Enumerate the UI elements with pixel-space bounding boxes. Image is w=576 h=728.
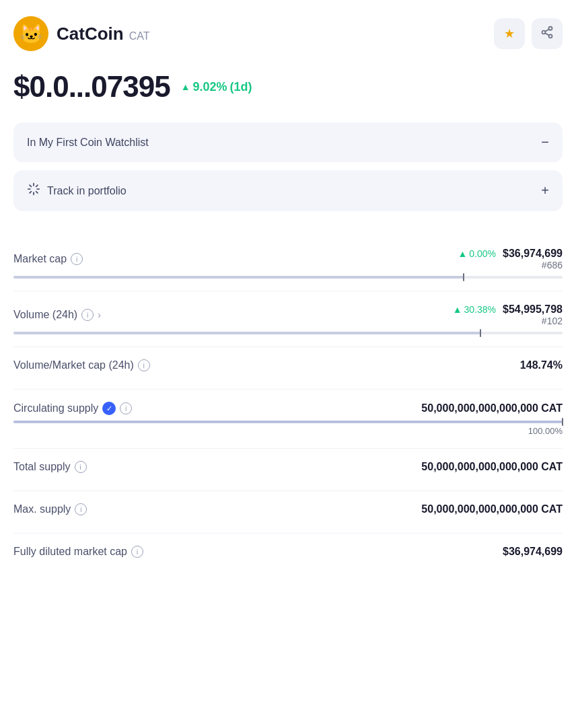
portfolio-label-group: Track in portfolio	[27, 182, 127, 199]
circulating-supply-progress-label-row: 100.00%	[13, 426, 563, 436]
fully-diluted-label: Fully diluted market cap	[13, 546, 127, 558]
volume-24h-value-group: ▲ 30.38% $54,995,798	[453, 303, 563, 316]
star-icon: ★	[504, 26, 515, 41]
coin-logo: 🐱	[13, 16, 48, 51]
max-supply-row: Max. supply i 50,000,000,000,000,000 CAT	[13, 491, 563, 534]
volume-market-cap-label: Volume/Market cap (24h)	[13, 359, 134, 371]
header: 🐱 CatCoin CAT ★	[13, 16, 563, 51]
watchlist-label-group: In My First Coin Watchlist	[27, 137, 149, 149]
market-cap-change-value: 0.00%	[469, 248, 496, 259]
volume-market-cap-label-group: Volume/Market cap (24h) i	[13, 359, 150, 371]
watchlist-label: In My First Coin Watchlist	[27, 137, 149, 149]
volume-24h-value: $54,995,798	[503, 303, 563, 316]
volume-market-cap-info-icon[interactable]: i	[138, 359, 150, 371]
circulating-supply-progress-bar	[13, 421, 563, 423]
volume-24h-progress-fill	[13, 332, 480, 334]
market-cap-label-group: Market cap i	[13, 253, 83, 265]
watchlist-button[interactable]: In My First Coin Watchlist −	[13, 122, 563, 162]
total-supply-label: Total supply	[13, 461, 71, 473]
volume-24h-chevron-icon[interactable]: ›	[98, 310, 101, 320]
svg-line-3	[545, 33, 549, 35]
svg-line-4	[545, 29, 549, 31]
total-supply-main: Total supply i 50,000,000,000,000,000 CA…	[13, 461, 563, 473]
coin-ticker: CAT	[129, 30, 150, 42]
max-supply-label: Max. supply	[13, 503, 71, 515]
price-row: $0.0...07395 ▲ 9.02% (1d)	[13, 70, 563, 104]
coin-identity: 🐱 CatCoin CAT	[13, 16, 149, 51]
circulating-supply-progress-fill	[13, 421, 563, 423]
max-supply-label-group: Max. supply i	[13, 503, 87, 515]
circulating-supply-progress-label: 100.00%	[528, 426, 563, 436]
volume-market-cap-value: 148.74%	[520, 359, 563, 371]
max-supply-value: 50,000,000,000,000,000 CAT	[421, 503, 563, 515]
max-supply-main: Max. supply i 50,000,000,000,000,000 CAT	[13, 503, 563, 515]
market-cap-value-block: ▲ 0.00% $36,974,699 #686	[458, 248, 563, 270]
fully-diluted-main: Fully diluted market cap i $36,974,699	[13, 546, 563, 558]
circulating-supply-progress-marker	[562, 418, 563, 426]
volume-24h-progress-bar	[13, 332, 563, 334]
price-change-period: (1d)	[230, 80, 252, 94]
volume-24h-value-block: ▲ 30.38% $54,995,798 #102	[453, 303, 563, 326]
volume-24h-info-icon[interactable]: i	[81, 309, 94, 321]
fully-diluted-info-icon[interactable]: i	[131, 546, 143, 558]
share-icon	[540, 26, 554, 42]
price-value: $0.0...07395	[13, 70, 170, 104]
market-cap-progress-marker	[463, 273, 464, 281]
market-cap-label: Market cap	[13, 253, 67, 265]
total-supply-info-icon[interactable]: i	[75, 461, 87, 473]
total-supply-row: Total supply i 50,000,000,000,000,000 CA…	[13, 449, 563, 491]
market-cap-main: Market cap i ▲ 0.00% $36,974,699 #686	[13, 248, 563, 270]
volume-market-cap-main: Volume/Market cap (24h) i 148.74%	[13, 359, 563, 371]
portfolio-action-icon: +	[541, 183, 549, 198]
volume-24h-row: Volume (24h) i › ▲ 30.38% $54,995,798 #1…	[13, 291, 563, 347]
market-cap-arrow: ▲	[458, 248, 467, 259]
circulating-supply-label: Circulating supply	[13, 402, 98, 414]
verified-badge-icon: ✓	[102, 402, 116, 415]
volume-24h-label-group: Volume (24h) i ›	[13, 309, 101, 321]
price-up-arrow: ▲	[181, 81, 190, 92]
volume-market-cap-row: Volume/Market cap (24h) i 148.74%	[13, 347, 563, 390]
price-change: ▲ 9.02% (1d)	[181, 80, 252, 94]
market-cap-row: Market cap i ▲ 0.00% $36,974,699 #686	[13, 235, 563, 291]
max-supply-info-icon[interactable]: i	[75, 503, 87, 515]
market-cap-value: $36,974,699	[503, 248, 563, 260]
coin-name: CatCoin	[57, 24, 124, 44]
circulating-supply-value: 50,000,000,000,000,000 CAT	[421, 402, 563, 414]
volume-24h-change-value: 30.38%	[464, 304, 496, 315]
action-cards: In My First Coin Watchlist − Track in po…	[13, 122, 563, 211]
market-cap-progress-fill	[13, 276, 464, 279]
volume-24h-label: Volume (24h)	[13, 309, 77, 321]
coin-name-group: CatCoin CAT	[57, 24, 149, 44]
volume-24h-main: Volume (24h) i › ▲ 30.38% $54,995,798 #1…	[13, 303, 563, 326]
market-cap-rank: #686	[458, 260, 563, 270]
share-button[interactable]	[532, 18, 563, 49]
header-actions: ★	[494, 18, 563, 49]
market-cap-info-icon[interactable]: i	[71, 253, 83, 265]
volume-24h-change: ▲ 30.38%	[453, 304, 496, 315]
circulating-supply-row: Circulating supply ✓ i 50,000,000,000,00…	[13, 390, 563, 449]
portfolio-button[interactable]: Track in portfolio +	[13, 170, 563, 211]
market-cap-progress-bar	[13, 276, 563, 279]
portfolio-label: Track in portfolio	[47, 185, 127, 197]
fully-diluted-value: $36,974,699	[503, 546, 563, 558]
circulating-supply-main: Circulating supply ✓ i 50,000,000,000,00…	[13, 402, 563, 415]
stats-section: Market cap i ▲ 0.00% $36,974,699 #686	[13, 235, 563, 575]
market-cap-value-group: ▲ 0.00% $36,974,699	[458, 248, 563, 260]
total-supply-value: 50,000,000,000,000,000 CAT	[421, 461, 563, 473]
volume-24h-progress-marker	[480, 329, 481, 337]
price-section: $0.0...07395 ▲ 9.02% (1d)	[13, 70, 563, 104]
price-change-percent: 9.02%	[193, 80, 227, 94]
total-supply-label-group: Total supply i	[13, 461, 87, 473]
volume-24h-arrow: ▲	[453, 304, 462, 315]
volume-24h-rank: #102	[453, 316, 563, 326]
circulating-supply-label-group: Circulating supply ✓ i	[13, 402, 132, 415]
circulating-supply-info-icon[interactable]: i	[120, 402, 132, 414]
favorite-button[interactable]: ★	[494, 18, 525, 49]
fully-diluted-label-group: Fully diluted market cap i	[13, 546, 143, 558]
market-cap-change: ▲ 0.00%	[458, 248, 496, 259]
portfolio-icon	[27, 182, 40, 199]
watchlist-action-icon: −	[541, 135, 549, 150]
fully-diluted-row: Fully diluted market cap i $36,974,699	[13, 534, 563, 575]
